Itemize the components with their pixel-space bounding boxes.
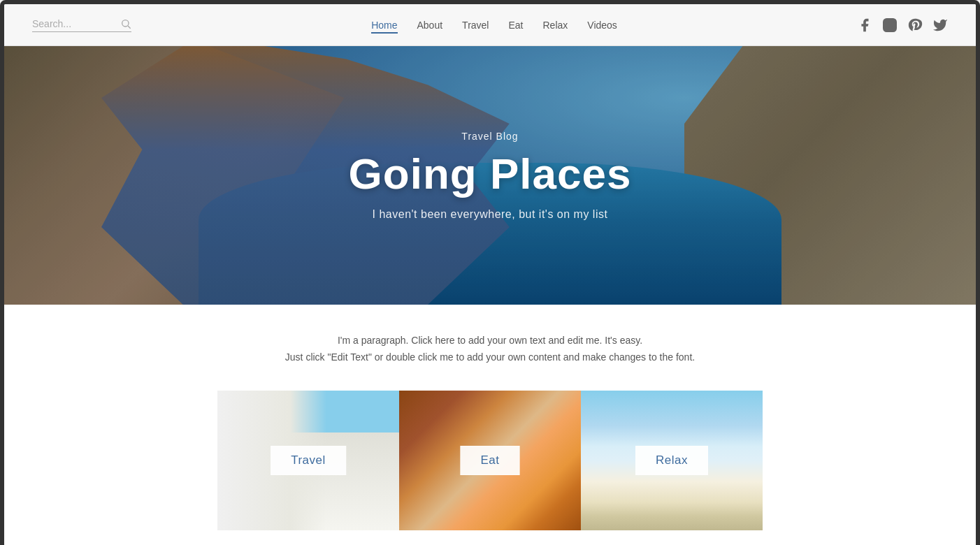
social-links — [857, 17, 948, 33]
svg-point-4 — [893, 21, 894, 22]
hero-title: Going Places — [349, 149, 632, 198]
navbar: Home About Travel Eat Relax Videos — [4, 4, 976, 46]
intro-line2: Just click "Edit Text" or double click m… — [245, 349, 735, 366]
svg-point-3 — [886, 22, 893, 28]
svg-point-0 — [122, 20, 129, 26]
eat-card-label: Eat — [460, 446, 519, 475]
intro-line1: I'm a paragraph. Click here to add your … — [245, 333, 735, 349]
hero-subtitle: Travel Blog — [461, 131, 518, 142]
relax-card-label: Relax — [635, 446, 708, 475]
pinterest-icon[interactable] — [907, 17, 923, 33]
nav-videos[interactable]: Videos — [587, 20, 617, 31]
nav-home[interactable]: Home — [371, 20, 397, 34]
travel-card[interactable]: Travel — [217, 391, 399, 530]
category-cards: Travel Eat Relax — [217, 391, 763, 530]
nav-travel[interactable]: Travel — [462, 20, 489, 31]
intro-text: I'm a paragraph. Click here to add your … — [245, 333, 735, 366]
search-icon — [120, 18, 131, 29]
search-input[interactable] — [32, 18, 116, 29]
relax-card[interactable]: Relax — [581, 391, 763, 530]
hero-section: Travel Blog Going Places I haven't been … — [4, 46, 976, 305]
instagram-icon[interactable] — [882, 17, 898, 33]
body-content: I'm a paragraph. Click here to add your … — [4, 305, 976, 545]
eat-card[interactable]: Eat — [399, 391, 581, 530]
facebook-icon[interactable] — [857, 17, 872, 33]
nav-eat[interactable]: Eat — [508, 20, 523, 31]
nav-relax[interactable]: Relax — [543, 20, 568, 31]
hero-tagline: I haven't been everywhere, but it's on m… — [373, 208, 608, 221]
nav-about[interactable]: About — [417, 20, 443, 31]
twitter-icon[interactable] — [932, 17, 948, 33]
search-container[interactable] — [32, 18, 131, 32]
svg-line-1 — [128, 26, 131, 29]
nav-links: Home About Travel Eat Relax Videos — [371, 19, 617, 31]
browser-window: Home About Travel Eat Relax Videos — [0, 0, 980, 545]
hero-content: Travel Blog Going Places I haven't been … — [4, 46, 976, 305]
travel-card-label: Travel — [271, 446, 346, 475]
